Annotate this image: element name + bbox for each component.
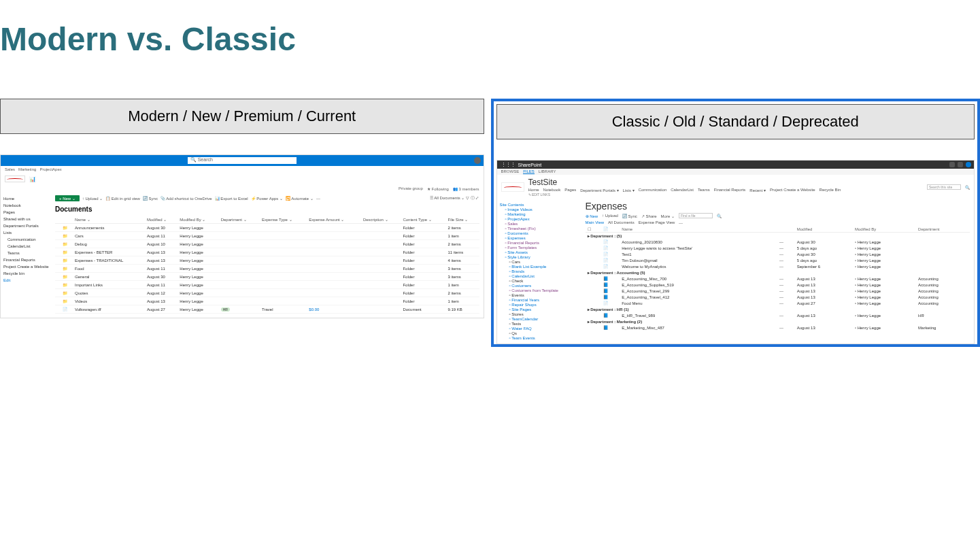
tree-item[interactable]: ▫ Team Events	[500, 336, 583, 341]
nav-link[interactable]: Notebook	[543, 188, 561, 193]
table-row[interactable]: 📄Food Menu⋯August 27▫ Henry LeggeAccount…	[586, 300, 970, 306]
nav-link[interactable]: Recycle Bin	[820, 188, 841, 193]
table-row[interactable]: 📁GeneralAugust 30Henry LeggeFolder3 item…	[55, 273, 479, 281]
table-row[interactable]: 📘E_Accounting_Travel_299⋯August 13▫ Henr…	[586, 288, 970, 294]
table-row[interactable]: 📁DebugAugust 10Henry LeggeFolder2 items	[55, 240, 479, 248]
nav-item[interactable]: Notebook	[3, 202, 52, 209]
tree-item[interactable]: ▫ Financial Reports	[500, 241, 583, 246]
nav-item[interactable]: Lists	[3, 229, 52, 236]
edit-links[interactable]: ✎ EDIT LINKS	[528, 193, 841, 197]
column-header[interactable]: Modified By ⌄	[178, 216, 218, 224]
group-header[interactable]: ▸ Department : HR (1)	[586, 306, 970, 312]
column-header[interactable]: Modified By	[853, 226, 916, 233]
column-header[interactable]	[777, 226, 794, 233]
tree-item[interactable]: ▫ Site Pages	[500, 307, 583, 312]
ribbon-tab[interactable]: BROWSE	[501, 169, 520, 174]
column-header[interactable]: Content Type ⌄	[401, 216, 445, 224]
view-controls[interactable]: ☰ All Documents ⌄ ▽ ⓘ ⤢	[430, 195, 479, 201]
table-row[interactable]: 📁Expenses - TRADITIONALAugust 13Henry Le…	[55, 256, 479, 265]
nav-link[interactable]: Teams	[698, 188, 710, 193]
tree-item[interactable]: ▫ Water FAQ	[500, 327, 583, 331]
nav-item[interactable]: Financial Reports	[3, 256, 52, 263]
table-row[interactable]: 📘E_Accounting_Travel_412⋯August 13▫ Henr…	[586, 294, 970, 300]
nav-link[interactable]: Marketing	[18, 167, 36, 171]
table-row[interactable]: 📄Accounting_20210830⋯August 30▫ Henry Le…	[586, 239, 970, 245]
find-file-input[interactable]: Find a file	[679, 213, 713, 218]
nav-link[interactable]: Financial Reports	[714, 188, 746, 193]
nav-link[interactable]: Department Portals ▾	[580, 188, 618, 193]
upload-button[interactable]: ↑ Upload	[602, 214, 618, 218]
nav-item[interactable]: Communication	[3, 236, 52, 243]
view-link[interactable]: Main View	[586, 220, 605, 225]
group-header[interactable]: ▸ Department : Marketing (2)	[586, 318, 970, 324]
tree-item[interactable]: ▫ Sales	[500, 222, 583, 227]
ribbon-tab[interactable]: FILES	[523, 169, 535, 174]
powerapps-button[interactable]: ⚡ Power Apps ⌄	[251, 196, 283, 201]
nav-link[interactable]: Home	[528, 188, 539, 193]
tree-item[interactable]: ▫ Documents	[500, 231, 583, 236]
new-button[interactable]: ⊕ New	[586, 214, 598, 218]
nav-item[interactable]: Shared with us	[3, 216, 52, 222]
view-link[interactable]: ⋯	[679, 220, 683, 225]
nav-item[interactable]: Department Portals	[3, 222, 52, 229]
nav-link[interactable]: CalendarList	[671, 188, 694, 193]
table-row[interactable]: 📁CarsAugust 11Henry LeggeFolder1 item	[55, 232, 479, 240]
nav-link[interactable]: Pages	[564, 188, 576, 193]
nav-link[interactable]: Communication	[639, 188, 667, 193]
nav-item[interactable]: Recycle bin	[3, 270, 52, 277]
nav-link[interactable]: Recent ▾	[749, 188, 766, 193]
tree-item[interactable]: ▫ Cars	[500, 260, 583, 265]
table-row[interactable]: 📁AnnouncementsAugust 30Henry LeggeFolder…	[55, 224, 479, 232]
column-header[interactable]: Name	[620, 226, 777, 233]
tree-item[interactable]: ▫ Expenses	[500, 236, 583, 241]
tree-item[interactable]: ▫ Marketing	[500, 212, 583, 217]
user-avatar[interactable]	[474, 157, 481, 164]
column-header[interactable]: Expense Amount ⌄	[307, 216, 361, 224]
table-row[interactable]: 📄Welcome to MyAnalytics⋯September 6▫ Hen…	[586, 263, 970, 269]
tree-item[interactable]: ▫ Customers	[500, 284, 583, 288]
tree-item[interactable]: ▫ Tests	[500, 322, 583, 327]
table-row[interactable]: 📁QuotesAugust 12Henry LeggeFolder2 items	[55, 289, 479, 297]
nav-link[interactable]: Sales	[5, 167, 15, 171]
automate-button[interactable]: 🔁 Automate ⌄	[286, 196, 314, 201]
group-header[interactable]: ▸ Department : (5)	[586, 233, 970, 239]
upload-button[interactable]: ↑ Upload ⌄	[82, 196, 103, 201]
nav-link[interactable]: Lists ▾	[623, 188, 635, 193]
column-header[interactable]: ☐	[586, 226, 601, 233]
tree-title[interactable]: Site Contents	[500, 202, 583, 207]
sync-button[interactable]: 🔄 Sync	[143, 196, 158, 201]
tree-item[interactable]: ▫ Image Videos	[500, 207, 583, 212]
nav-link[interactable]: ProjectApex	[39, 167, 61, 171]
table-row[interactable]: 📄Test1⋯August 30▫ Henry Legge	[586, 251, 970, 257]
table-row[interactable]: 📘E_Accounting_Misc_700⋯August 13▫ Henry …	[586, 276, 970, 282]
tree-item[interactable]: ▫ ProjectApex	[500, 217, 583, 222]
column-header[interactable]: Description ⌄	[361, 216, 401, 224]
tree-item[interactable]: ▫ Stores	[500, 312, 583, 317]
settings-icon[interactable]	[949, 162, 955, 167]
members-button[interactable]: 👥 3 members	[453, 186, 479, 191]
table-row[interactable]: 📁VideosAugust 13Henry LeggeFolder1 item	[55, 297, 479, 305]
user-avatar[interactable]	[966, 162, 971, 167]
search-input[interactable]: 🔍 Search	[188, 157, 297, 164]
tree-item[interactable]: ▫ Style Library	[500, 255, 583, 260]
follow-button[interactable]: ★ Following	[427, 186, 449, 191]
nav-item[interactable]: Home	[3, 195, 52, 202]
table-row[interactable]: 📘E_Marketing_Misc_487⋯August 13▫ Henry L…	[586, 324, 970, 331]
nav-item[interactable]: CalendarList	[3, 243, 52, 250]
tree-item[interactable]: ▫ Customers from Template	[500, 288, 583, 293]
grid-view-button[interactable]: 📋 Edit in grid view	[105, 196, 140, 201]
column-header[interactable]: Modified	[795, 226, 853, 233]
table-row[interactable]: 📘E_Accounting_Supplies_519⋯August 13▫ He…	[586, 282, 970, 288]
nav-item[interactable]: Project Create a Website	[3, 263, 52, 270]
tree-item[interactable]: ▫ CalendarList	[500, 274, 583, 279]
tree-item[interactable]: ▫ Timesheet (Fix)	[500, 227, 583, 231]
help-icon[interactable]	[958, 162, 963, 167]
overflow-button[interactable]: ⋯	[316, 196, 320, 201]
tree-item[interactable]: ▫ Brands	[500, 269, 583, 274]
table-row[interactable]: 📄Tim Dobson@gmail⋯5 days ago▫ Henry Legg…	[586, 257, 970, 263]
tree-item[interactable]: ▫ Check	[500, 279, 583, 284]
nav-edit[interactable]: Edit	[3, 277, 52, 284]
nav-link[interactable]: Project Create a Website	[770, 188, 815, 193]
view-link[interactable]: All Documents	[608, 220, 635, 225]
tree-item[interactable]: ▫ Qs	[500, 331, 583, 336]
